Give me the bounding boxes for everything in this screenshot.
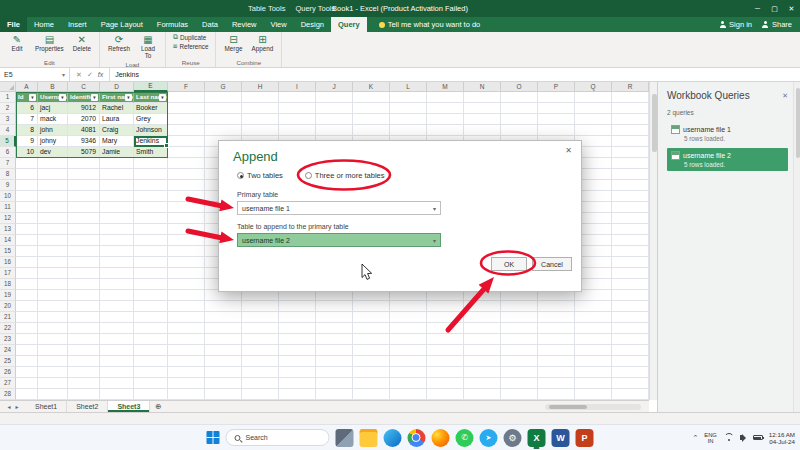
cell-Q21[interactable] (575, 312, 612, 323)
cell-H27[interactable] (242, 378, 279, 389)
cell-J3[interactable] (316, 114, 353, 125)
cell-Q1[interactable] (575, 92, 612, 103)
cell-H4[interactable] (242, 125, 279, 136)
whatsapp-icon[interactable]: ✆ (456, 429, 474, 447)
filter-icon-A[interactable]: ▾ (29, 94, 36, 101)
cell-B19[interactable] (38, 290, 68, 301)
cell-B24[interactable] (38, 345, 68, 356)
horizontal-scrollbar[interactable] (545, 404, 641, 410)
ribbon-tab-view[interactable]: View (264, 17, 294, 32)
cell-K22[interactable] (353, 323, 390, 334)
cell-J1[interactable] (316, 92, 353, 103)
query-item-username-file-2[interactable]: username file 25 rows loaded. (667, 148, 788, 171)
row-header-26[interactable]: 26 (0, 367, 16, 378)
cell-A21[interactable] (16, 312, 38, 323)
cell-E21[interactable] (134, 312, 168, 323)
cell-O20[interactable] (501, 301, 538, 312)
cell-E13[interactable] (134, 224, 168, 235)
filter-icon-C[interactable]: ▾ (91, 94, 98, 101)
cell-D10[interactable] (100, 191, 134, 202)
col-header-E[interactable]: E (134, 82, 168, 92)
cell-A8[interactable] (16, 169, 38, 180)
cell-D28[interactable] (100, 389, 134, 400)
cell-O27[interactable] (501, 378, 538, 389)
filter-icon-D[interactable]: ▾ (125, 94, 132, 101)
cell-E8[interactable] (134, 169, 168, 180)
cell-M23[interactable] (427, 334, 464, 345)
cell-H23[interactable] (242, 334, 279, 345)
cell-A3[interactable]: 7 (16, 114, 38, 125)
ribbon-tab-page-layout[interactable]: Page Layout (94, 17, 150, 32)
cell-R15[interactable] (612, 246, 649, 257)
minimize-icon[interactable]: ─ (749, 0, 766, 17)
cell-E9[interactable] (134, 180, 168, 191)
cell-D8[interactable] (100, 169, 134, 180)
cell-R24[interactable] (612, 345, 649, 356)
row-header-20[interactable]: 20 (0, 301, 16, 312)
cell-C21[interactable] (68, 312, 100, 323)
cell-F8[interactable] (168, 169, 205, 180)
cell-L22[interactable] (390, 323, 427, 334)
cell-P2[interactable] (538, 103, 575, 114)
cell-N27[interactable] (464, 378, 501, 389)
cell-D1[interactable]: First name▾ (100, 92, 134, 103)
cell-A13[interactable] (16, 224, 38, 235)
cell-L28[interactable] (390, 389, 427, 400)
tell-me-box[interactable]: Tell me what you want to do (379, 17, 481, 32)
cell-C24[interactable] (68, 345, 100, 356)
cell-N26[interactable] (464, 367, 501, 378)
cell-E22[interactable] (134, 323, 168, 334)
cancel-formula-icon[interactable]: ✕ (76, 71, 82, 79)
cell-A23[interactable] (16, 334, 38, 345)
cell-N23[interactable] (464, 334, 501, 345)
cell-F23[interactable] (168, 334, 205, 345)
cell-F25[interactable] (168, 356, 205, 367)
cell-E20[interactable] (134, 301, 168, 312)
cell-M22[interactable] (427, 323, 464, 334)
sheet-nav-right-icon[interactable]: ▸ (16, 403, 19, 410)
cell-Q3[interactable] (575, 114, 612, 125)
cell-R14[interactable] (612, 235, 649, 246)
cell-Q28[interactable] (575, 389, 612, 400)
cell-Q24[interactable] (575, 345, 612, 356)
cell-E24[interactable] (134, 345, 168, 356)
cell-R16[interactable] (612, 257, 649, 268)
cell-R22[interactable] (612, 323, 649, 334)
close-icon[interactable]: ✕ (783, 0, 800, 17)
three-or-more-tables-radio[interactable]: Three or more tables (305, 171, 385, 180)
cell-P25[interactable] (538, 356, 575, 367)
cell-F11[interactable] (168, 202, 205, 213)
cell-R26[interactable] (612, 367, 649, 378)
cell-F2[interactable] (168, 103, 205, 114)
cell-A11[interactable] (16, 202, 38, 213)
cell-O1[interactable] (501, 92, 538, 103)
name-box[interactable]: E5 ▾ (0, 68, 70, 81)
cell-J27[interactable] (316, 378, 353, 389)
cell-G3[interactable] (205, 114, 242, 125)
cell-N25[interactable] (464, 356, 501, 367)
cell-C4[interactable]: 4081 (68, 125, 100, 136)
cell-C8[interactable] (68, 169, 100, 180)
delete-button[interactable]: ✕Delete (70, 33, 94, 54)
two-tables-radio[interactable]: Two tables (237, 171, 283, 180)
cell-P26[interactable] (538, 367, 575, 378)
cell-L1[interactable] (390, 92, 427, 103)
cell-R12[interactable] (612, 213, 649, 224)
sign-in-button[interactable]: Sign in (719, 20, 752, 29)
cell-A5[interactable]: 9 (16, 136, 38, 147)
cell-B14[interactable] (38, 235, 68, 246)
cell-D23[interactable] (100, 334, 134, 345)
cell-A2[interactable]: 6 (16, 103, 38, 114)
start-icon[interactable] (207, 431, 220, 444)
reference-button[interactable]: ⧈Reference (171, 42, 211, 50)
ribbon-tab-insert[interactable]: Insert (61, 17, 94, 32)
row-header-10[interactable]: 10 (0, 191, 16, 202)
cell-O25[interactable] (501, 356, 538, 367)
cell-J20[interactable] (316, 301, 353, 312)
cell-C11[interactable] (68, 202, 100, 213)
cell-E7[interactable] (134, 158, 168, 169)
cell-I4[interactable] (279, 125, 316, 136)
row-header-13[interactable]: 13 (0, 224, 16, 235)
cell-I27[interactable] (279, 378, 316, 389)
cell-R20[interactable] (612, 301, 649, 312)
